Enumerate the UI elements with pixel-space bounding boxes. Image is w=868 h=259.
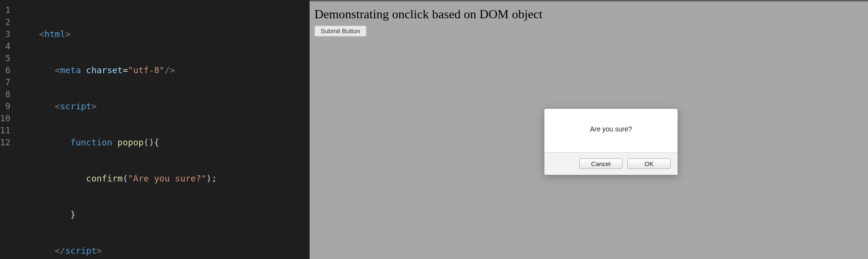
cancel-button[interactable]: Cancel bbox=[579, 158, 623, 169]
confirm-dialog: Are you sure? Cancel OK bbox=[544, 108, 678, 175]
line-number: 8 bbox=[0, 88, 11, 100]
line-number: 4 bbox=[0, 40, 11, 52]
line-number: 2 bbox=[0, 16, 11, 28]
ok-button[interactable]: OK bbox=[627, 158, 671, 169]
code-text-area[interactable]: <html> <meta charset="utf-8"/> <script> … bbox=[18, 0, 326, 259]
line-number-gutter: 1 2 3 4 5 6 7 8 9 10 11 12 bbox=[0, 0, 18, 259]
dialog-footer: Cancel OK bbox=[544, 152, 678, 175]
code-editor-pane: 1 2 3 4 5 6 7 8 9 10 11 12 <html> <meta … bbox=[0, 0, 310, 259]
dialog-message: Are you sure? bbox=[544, 109, 678, 152]
line-number: 7 bbox=[0, 76, 11, 88]
line-number: 12 bbox=[0, 136, 11, 148]
browser-preview-pane: Demonstrating onclick based on DOM objec… bbox=[310, 0, 868, 259]
page-heading: Demonstrating onclick based on DOM objec… bbox=[314, 7, 868, 22]
line-number: 5 bbox=[0, 52, 11, 64]
line-number: 10 bbox=[0, 112, 11, 124]
line-number: 3 bbox=[0, 28, 11, 40]
submit-button[interactable]: Submit Button bbox=[314, 26, 366, 37]
line-number: 11 bbox=[0, 124, 11, 136]
line-number: 6 bbox=[0, 64, 11, 76]
line-number: 9 bbox=[0, 100, 11, 112]
line-number: 1 bbox=[0, 4, 11, 16]
